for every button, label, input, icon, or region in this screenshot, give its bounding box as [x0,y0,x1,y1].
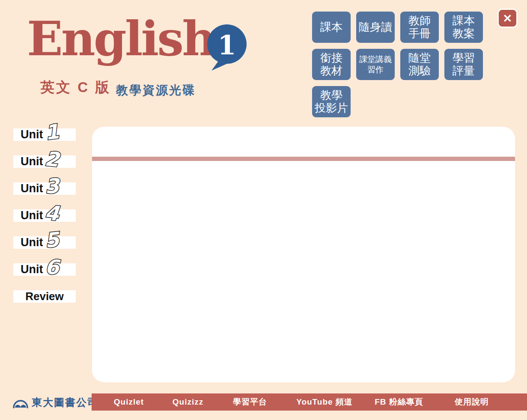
sidebar-item-unit-6[interactable]: Unit 6 [13,263,76,276]
unit-6-number: 6 [45,255,60,279]
unit-4-number: 4 [44,201,60,226]
content-panel [92,127,515,382]
footer-link-youtube-channel[interactable]: YouTube 頻道 [296,393,353,411]
publisher-logo: 東大圖書公司 [13,394,98,411]
close-button[interactable]: ✕ [497,9,518,28]
unit-3-number: 3 [45,174,60,198]
resource-button-teaching-slides[interactable]: 教學 投影片 [312,86,351,117]
resource-button-pocket-reader[interactable]: 隨身讀 [356,12,395,43]
footer-link-bar: Quizlet Quizizz 學習平台 YouTube 頻道 FB 粉絲專頁 … [92,393,527,411]
app-logo-title: English [27,15,214,63]
resource-button-handout-workbook[interactable]: 課堂講義 習作 [356,49,395,80]
footer-link-quizizz[interactable]: Quizizz [173,393,203,411]
sidebar-item-review[interactable]: Review [13,290,76,303]
unit-1-number: 1 [44,119,60,145]
resource-button-quiz[interactable]: 隨堂 測驗 [400,49,439,80]
volume-badge: 1 [206,23,247,71]
resource-button-assessment[interactable]: 學習 評量 [444,49,483,80]
volume-number: 1 [206,27,247,63]
sidebar-item-unit-2[interactable]: Unit 2 [13,155,76,168]
sidebar-item-unit-5[interactable]: Unit 5 [13,236,76,249]
footer-link-learning-platform[interactable]: 學習平台 [233,393,267,411]
resource-button-teacher-manual[interactable]: 教師 手冊 [400,12,439,43]
footer-link-quizlet[interactable]: Quizlet [114,393,144,411]
resource-button-textbook[interactable]: 課本 [312,12,351,43]
sidebar-item-unit-3[interactable]: Unit 3 [13,182,76,195]
publisher-arch-icon [13,396,28,409]
footer-link-user-guide[interactable]: 使用說明 [455,393,489,411]
disc-subtitle: 教學資源光碟 [116,82,196,98]
sidebar-item-unit-1[interactable]: Unit 1 [13,128,76,141]
resource-button-bridging-material[interactable]: 銜接 教材 [312,49,351,80]
resource-button-grid: 課本 隨身讀 教師 手冊 課本 教案 銜接 教材 課堂講義 習作 隨堂 測驗 學… [312,12,483,117]
resource-button-lesson-plan[interactable]: 課本 教案 [444,12,483,43]
close-icon: ✕ [503,13,512,24]
unit-2-number: 2 [44,146,60,171]
panel-divider [92,157,515,161]
edition-label: 英文 C 版 [40,78,111,97]
unit-5-number: 5 [44,227,60,252]
publisher-name: 東大圖書公司 [32,396,98,409]
sidebar-item-unit-4[interactable]: Unit 4 [13,209,76,222]
footer-link-fb-fanpage[interactable]: FB 粉絲專頁 [375,393,423,411]
